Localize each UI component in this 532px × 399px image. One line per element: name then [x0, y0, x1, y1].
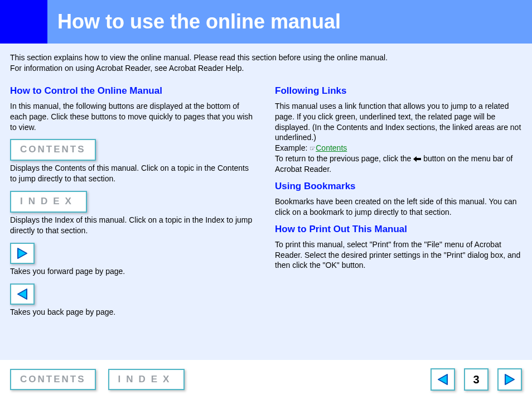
pointer-icon: ☞ — [309, 145, 316, 152]
footer-contents-button[interactable]: CONTENTS — [10, 369, 96, 390]
print-para: To print this manual, select "Print" fro… — [275, 239, 522, 271]
footer-forward-button[interactable] — [497, 368, 522, 391]
contents-demo-desc: Displays the Contents of this manual. Cl… — [10, 163, 257, 184]
index-demo-desc: Displays the Index of this manual. Click… — [10, 215, 257, 236]
links-example-line: Example: ☞Contents — [275, 143, 522, 153]
section-heading-print: How to Print Out This Manual — [275, 223, 522, 236]
header-logo-square — [0, 0, 47, 44]
links-return-line: To return to the previous page, click th… — [275, 153, 522, 175]
back-menu-icon — [413, 154, 423, 163]
page-title: How to use the online manual — [47, 10, 341, 33]
svg-marker-0 — [18, 248, 27, 258]
footer-back-button[interactable] — [431, 368, 455, 391]
control-intro-para: In this manual, the following buttons ar… — [10, 101, 257, 133]
intro-line2: For information on using Acrobat Reader,… — [10, 63, 522, 74]
svg-marker-2 — [438, 374, 447, 384]
back-demo-desc: Takes you back page by page. — [10, 307, 257, 318]
intro-block: This section explains how to view the on… — [10, 52, 522, 74]
header-bar: How to use the online manual — [0, 0, 532, 44]
back-arrow-icon — [16, 287, 29, 301]
footer-bar: CONTENTS INDEX 3 — [0, 360, 532, 399]
section-heading-control: How to Control the Online Manual — [10, 85, 257, 98]
svg-marker-3 — [505, 374, 514, 384]
right-column: Following Links This manual uses a link … — [275, 80, 522, 323]
content-area: This section explains how to view the on… — [0, 44, 532, 360]
links-para-a: This manual uses a link function that al… — [275, 101, 522, 143]
forward-demo-button[interactable] — [10, 243, 35, 264]
footer-index-button[interactable]: INDEX — [108, 369, 185, 390]
forward-arrow-icon — [16, 247, 29, 260]
intro-line1: This section explains how to view the on… — [10, 52, 522, 63]
index-demo-button[interactable]: INDEX — [10, 191, 87, 213]
bookmarks-para: Bookmarks have been created on the left … — [275, 196, 522, 218]
contents-example-link[interactable]: Contents — [316, 143, 347, 152]
back-arrow-icon — [436, 373, 449, 386]
back-demo-button[interactable] — [10, 283, 35, 305]
section-heading-links: Following Links — [275, 85, 522, 98]
page-number: 3 — [464, 368, 489, 391]
left-column: How to Control the Online Manual In this… — [10, 80, 257, 323]
forward-demo-desc: Takes you forward page by page. — [10, 266, 257, 277]
forward-arrow-icon — [503, 373, 516, 386]
section-heading-bookmarks: Using Bookmarks — [275, 180, 522, 193]
svg-marker-1 — [18, 289, 27, 299]
return-prefix: To return to the previous page, click th… — [275, 154, 413, 163]
contents-demo-button[interactable]: CONTENTS — [10, 139, 96, 161]
example-prefix: Example: — [275, 143, 309, 152]
